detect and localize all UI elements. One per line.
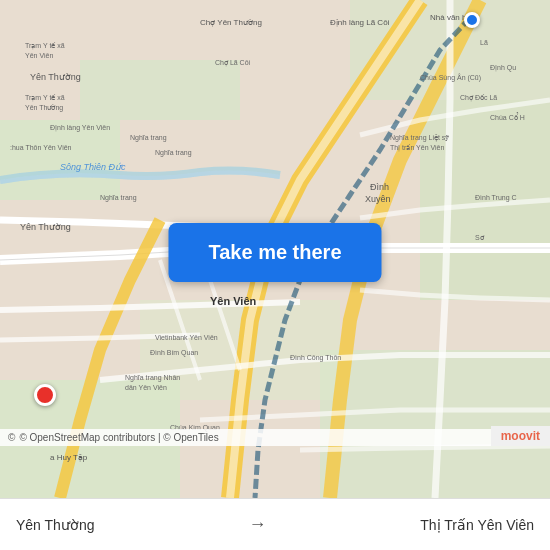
- svg-text:Xuyên: Xuyên: [365, 194, 391, 204]
- moovit-logo: moovit: [491, 426, 550, 446]
- svg-text:Định làng Lã Côi: Định làng Lã Côi: [330, 18, 390, 27]
- svg-text:Định Qu: Định Qu: [490, 64, 516, 72]
- svg-text:Yên Thường: Yên Thường: [25, 104, 63, 112]
- svg-text:Nghĩa trang Liệt sỹ: Nghĩa trang Liệt sỹ: [390, 134, 449, 142]
- take-me-there-button[interactable]: Take me there: [168, 223, 381, 282]
- svg-text:Trạm Y tế xã: Trạm Y tế xã: [25, 42, 65, 50]
- svg-text::hua Thôn Yên Viên: :hua Thôn Yên Viên: [10, 144, 72, 151]
- svg-text:Thị trấn Yên Viên: Thị trấn Yên Viên: [390, 144, 444, 152]
- svg-text:Nghĩa trang Nhân: Nghĩa trang Nhân: [125, 374, 180, 382]
- svg-text:Trạm Y tế xã: Trạm Y tế xã: [25, 94, 65, 102]
- svg-text:Chùa Cổ H: Chùa Cổ H: [490, 112, 525, 121]
- svg-text:Đình Trung C: Đình Trung C: [475, 194, 517, 202]
- bottom-bar: Yên Thường → Thị Trấn Yên Viên: [0, 498, 550, 550]
- route-from: Yên Thường: [16, 517, 94, 533]
- svg-text:Định làng Yên Viên: Định làng Yên Viên: [50, 124, 110, 132]
- copyright-symbol: ©: [8, 432, 15, 443]
- svg-rect-2: [80, 60, 240, 120]
- svg-text:Vietinbank Yên Viên: Vietinbank Yên Viên: [155, 334, 218, 341]
- route-to: Thị Trấn Yên Viên: [420, 517, 534, 533]
- svg-text:Đình Bím Quan: Đình Bím Quan: [150, 349, 198, 357]
- svg-text:Nghĩa trang: Nghĩa trang: [130, 134, 167, 142]
- svg-text:Nghĩa trang: Nghĩa trang: [100, 194, 137, 202]
- moovit-text: moovit: [501, 429, 540, 443]
- destination-marker: [464, 12, 480, 28]
- svg-text:dân Yên Viên: dân Yên Viên: [125, 384, 167, 391]
- svg-text:Lã: Lã: [480, 39, 488, 46]
- svg-text:Sông Thiên Đức: Sông Thiên Đức: [60, 162, 126, 172]
- route-arrow: →: [248, 514, 266, 535]
- svg-text:Sơ: Sơ: [475, 234, 485, 241]
- svg-text:Đình: Đình: [370, 182, 389, 192]
- svg-text:Yên Viên: Yên Viên: [210, 295, 257, 307]
- attribution: © © OpenStreetMap contributors | © OpenT…: [0, 429, 550, 446]
- map-container: Yên Thường Trạm Y tế xã Yên Thường Chợ Y…: [0, 0, 550, 498]
- svg-text:Nghĩa trang: Nghĩa trang: [155, 149, 192, 157]
- svg-text:Yên Thường: Yên Thường: [30, 72, 81, 82]
- attribution-text: © OpenStreetMap contributors | © OpenTil…: [19, 432, 218, 443]
- svg-text:Chùa Sùng Ân (Cũ): Chùa Sùng Ân (Cũ): [420, 73, 481, 82]
- svg-text:Yên Viên: Yên Viên: [25, 52, 53, 59]
- origin-marker: [34, 384, 56, 406]
- svg-rect-1: [0, 120, 120, 200]
- from-label: Yên Thường: [16, 517, 94, 533]
- svg-text:Chợ Lã Côi: Chợ Lã Côi: [215, 59, 251, 67]
- to-label: Thị Trấn Yên Viên: [420, 517, 534, 533]
- app: Yên Thường Trạm Y tế xã Yên Thường Chợ Y…: [0, 0, 550, 550]
- svg-text:Chợ Yên Thường: Chợ Yên Thường: [200, 18, 262, 27]
- svg-text:Chợ Đốc Lã: Chợ Đốc Lã: [460, 94, 497, 102]
- svg-text:Đình Công Thôn: Đình Công Thôn: [290, 354, 341, 362]
- svg-text:Yên Thường: Yên Thường: [20, 222, 71, 232]
- svg-text:a Huy Tập: a Huy Tập: [50, 453, 88, 462]
